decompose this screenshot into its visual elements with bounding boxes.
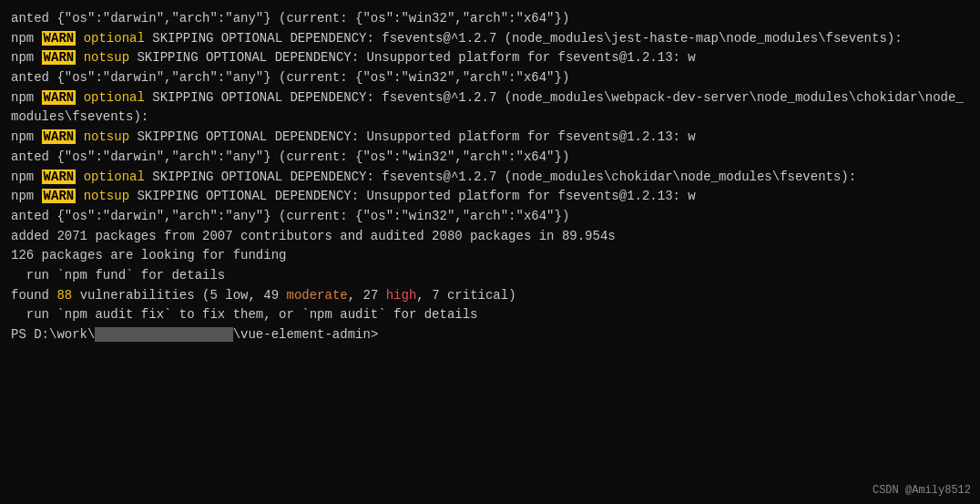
terminal-line: npm WARN optional SKIPPING OPTIONAL DEPE… [11,168,969,188]
terminal-line: run `npm fund` for details [11,266,969,286]
terminal-line: found 88 vulnerabilities (5 low, 49 mode… [11,286,969,306]
watermark: CSDN @Amily8512 [873,484,969,495]
terminal-line: npm WARN notsup SKIPPING OPTIONAL DEPEND… [11,48,969,68]
terminal-line: npm WARN optional SKIPPING OPTIONAL DEPE… [11,29,969,49]
terminal-line: anted {"os":"darwin","arch":"any"} (curr… [11,207,969,227]
terminal-line: npm WARN optional SKIPPING OPTIONAL DEPE… [11,88,969,128]
terminal-line: PS D:\work\██████████████████\vue-elemen… [11,325,969,345]
terminal-line: 126 packages are looking for funding [11,246,969,266]
terminal-line: npm WARN notsup SKIPPING OPTIONAL DEPEND… [11,187,969,207]
terminal-line: anted {"os":"darwin","arch":"any"} (curr… [11,9,969,29]
terminal-line: run `npm audit fix` to fix them, or `npm… [11,305,969,325]
terminal-line: anted {"os":"darwin","arch":"any"} (curr… [11,68,969,88]
terminal-line: npm WARN notsup SKIPPING OPTIONAL DEPEND… [11,128,969,148]
terminal-line: anted {"os":"darwin","arch":"any"} (curr… [11,148,969,168]
terminal-window: anted {"os":"darwin","arch":"any"} (curr… [11,9,969,495]
terminal-line: added 2071 packages from 2007 contributo… [11,227,969,247]
terminal-content: anted {"os":"darwin","arch":"any"} (curr… [11,9,969,345]
